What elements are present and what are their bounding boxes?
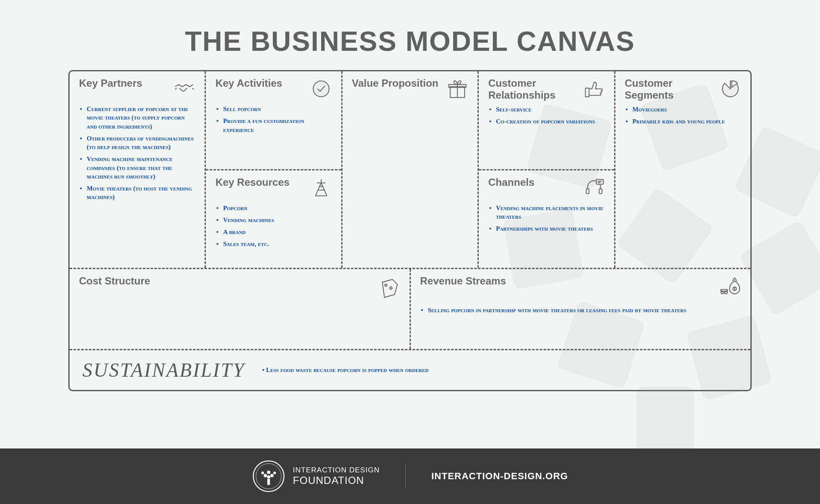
block-title: Channels [488,176,534,188]
svg-rect-14 [599,188,602,193]
list-item: A brand [219,228,331,236]
list-item: Co-creation of popcorn variations [492,117,604,126]
list-item: Vending machine maintenance companies (t… [82,155,195,181]
bullet-list: Selling popcorn in partnership with movi… [411,298,751,322]
canvas-top-row: Key Partners Current supplier of popcorn… [70,71,750,268]
block-column-relationships-channels: Customer Relationships Self-serviceCo-cr… [477,71,614,268]
block-value-proposition: Value Proposition [341,71,477,268]
business-model-canvas: Key Partners Current supplier of popcorn… [68,70,752,391]
svg-rect-22 [267,479,270,485]
canvas-mid-row: Cost Structure Revenue Streams [70,268,750,349]
block-title: Customer Relationships [488,77,582,101]
idf-logo-icon [252,460,285,493]
handshake-icon [173,77,196,100]
footer-branding: INTERACTION DESIGN FOUNDATION [252,460,380,493]
block-title: Key Resources [215,176,289,188]
block-sustainability: SUSTAINABILITY Less food waste because p… [70,349,750,390]
block-title: Key Activities [215,77,282,89]
bullet-list: Vending machine placements in movie thea… [479,199,614,241]
block-channels: Channels Vending machine placements in m… [479,169,614,268]
block-title: Key Partners [79,77,142,89]
pie-chart-icon [719,77,742,100]
footer-text-line1: INTERACTION DESIGN [293,466,380,475]
gift-icon [446,77,469,100]
list-item: Provide a fun customization experience [219,117,331,134]
svg-point-25 [267,471,270,474]
block-title: Cost Structure [79,275,150,287]
list-item: Popcorn [219,204,331,212]
thumbs-up-icon [583,77,606,100]
list-item: Movie theaters (to host the vending mach… [82,184,195,202]
money-bag-icon [719,275,742,298]
list-item: Vending machines [219,216,331,224]
footer: INTERACTION DESIGN FOUNDATION INTERACTIO… [0,448,820,504]
list-item: Less food waste because popcorn is poppe… [262,366,428,374]
block-customer-relationships: Customer Relationships Self-serviceCo-cr… [479,71,614,169]
list-item: Self-service [492,105,604,114]
sustainability-title: SUSTAINABILITY [82,359,245,381]
block-revenue-streams: Revenue Streams Selling popcorn in partn… [410,269,751,349]
svg-rect-12 [585,88,589,97]
block-key-partners: Key Partners Current supplier of popcorn… [70,71,205,268]
power-tower-icon [310,176,333,199]
footer-org-name: INTERACTION DESIGN FOUNDATION [293,466,380,486]
list-item: Current supplier of popcorn at the movie… [82,105,195,131]
svg-point-28 [267,475,270,479]
block-title: Value Proposition [352,77,439,89]
page-title: THE BUSINESS MODEL CANVAS [0,0,820,70]
svg-point-16 [385,284,387,286]
svg-rect-13 [586,188,589,193]
block-key-resources: Key Resources PopcornVending machinesA b… [206,169,341,268]
footer-url: INTERACTION-DESIGN.ORG [431,471,568,482]
bullet-list: PopcornVending machinesA brandSales team… [206,199,341,256]
checkmark-circle-icon [310,77,333,100]
bullet-list: Self-serviceCo-creation of popcorn varia… [479,101,614,134]
block-title: Revenue Streams [420,275,506,287]
block-customer-segments: Customer Segments MoviegoersPrimarily ki… [614,71,750,268]
list-item: Moviegoers [628,105,741,114]
list-item: Sell popcorn [219,105,331,113]
list-item: Vending machine placements in movie thea… [492,204,604,221]
block-title: Customer Segments [625,77,719,101]
headset-chat-icon [583,176,606,199]
svg-point-26 [261,472,264,474]
svg-point-27 [273,472,276,474]
list-item: Sales team, etc. [219,240,331,248]
block-key-activities: Key Activities Sell popcornProvide a fun… [206,71,341,169]
bullet-list: Sell popcornProvide a fun customization … [206,100,341,142]
footer-text-line2: FOUNDATION [293,475,380,486]
price-tag-icon [378,275,401,298]
bullet-list: Less food waste because popcorn is poppe… [262,366,428,374]
footer-separator [405,464,406,488]
bullet-list: Current supplier of popcorn at the movie… [70,100,205,209]
bullet-list: MoviegoersPrimarily kids and young peopl… [615,101,750,134]
svg-rect-15 [596,179,603,184]
svg-point-24 [270,474,274,478]
list-item: Other producers of vendingmachines (to h… [82,134,195,152]
list-item: Partnerships with movie theaters [492,224,604,233]
block-column-activities-resources: Key Activities Sell popcornProvide a fun… [205,71,341,268]
block-cost-structure: Cost Structure [70,269,410,349]
list-item: Primarily kids and young people [628,117,741,126]
list-item: Selling popcorn in partnership with movi… [424,306,741,314]
svg-point-9 [313,81,329,97]
svg-point-23 [264,474,267,478]
